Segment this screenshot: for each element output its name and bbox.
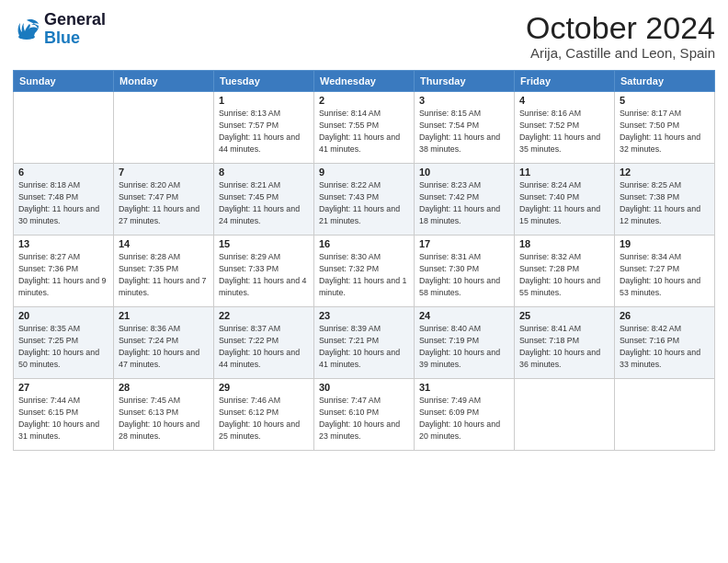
page: General Blue October 2024 Arija, Castill… bbox=[0, 0, 728, 460]
day-info-7: Sunrise: 8:20 AM Sunset: 7:47 PM Dayligh… bbox=[119, 179, 209, 226]
calendar-cell-2-0: 13Sunrise: 8:27 AM Sunset: 7:36 PM Dayli… bbox=[14, 236, 114, 307]
calendar-cell-0-3: 2Sunrise: 8:14 AM Sunset: 7:55 PM Daylig… bbox=[314, 92, 415, 164]
header-thursday: Thursday bbox=[415, 71, 515, 92]
header-saturday: Saturday bbox=[615, 71, 715, 92]
calendar-cell-1-0: 6Sunrise: 8:18 AM Sunset: 7:48 PM Daylig… bbox=[14, 164, 114, 236]
day-number-5: 5 bbox=[620, 95, 710, 106]
day-number-21: 21 bbox=[119, 310, 209, 321]
day-number-24: 24 bbox=[419, 310, 509, 321]
day-number-2: 2 bbox=[319, 95, 409, 106]
day-info-2: Sunrise: 8:14 AM Sunset: 7:55 PM Dayligh… bbox=[319, 108, 409, 155]
week-row-4: 27Sunrise: 7:44 AM Sunset: 6:15 PM Dayli… bbox=[14, 379, 715, 451]
day-info-5: Sunrise: 8:17 AM Sunset: 7:50 PM Dayligh… bbox=[620, 108, 710, 155]
day-info-21: Sunrise: 8:36 AM Sunset: 7:24 PM Dayligh… bbox=[119, 323, 209, 370]
calendar-cell-4-2: 29Sunrise: 7:46 AM Sunset: 6:12 PM Dayli… bbox=[214, 379, 314, 451]
day-info-30: Sunrise: 7:47 AM Sunset: 6:10 PM Dayligh… bbox=[319, 395, 409, 442]
calendar-cell-2-6: 19Sunrise: 8:34 AM Sunset: 7:27 PM Dayli… bbox=[615, 236, 715, 307]
calendar-cell-2-5: 18Sunrise: 8:32 AM Sunset: 7:28 PM Dayli… bbox=[515, 236, 615, 307]
calendar-cell-2-4: 17Sunrise: 8:31 AM Sunset: 7:30 PM Dayli… bbox=[415, 236, 515, 307]
calendar-cell-3-4: 24Sunrise: 8:40 AM Sunset: 7:19 PM Dayli… bbox=[415, 307, 515, 379]
day-info-9: Sunrise: 8:22 AM Sunset: 7:43 PM Dayligh… bbox=[319, 179, 409, 226]
calendar-cell-3-6: 26Sunrise: 8:42 AM Sunset: 7:16 PM Dayli… bbox=[615, 307, 715, 379]
day-info-18: Sunrise: 8:32 AM Sunset: 7:28 PM Dayligh… bbox=[519, 251, 609, 298]
day-number-18: 18 bbox=[519, 238, 609, 249]
logo-icon bbox=[13, 17, 40, 42]
calendar-cell-3-2: 22Sunrise: 8:37 AM Sunset: 7:22 PM Dayli… bbox=[214, 307, 314, 379]
day-info-28: Sunrise: 7:45 AM Sunset: 6:13 PM Dayligh… bbox=[119, 395, 209, 442]
day-number-19: 19 bbox=[620, 238, 710, 249]
day-info-14: Sunrise: 8:28 AM Sunset: 7:35 PM Dayligh… bbox=[119, 251, 209, 298]
day-number-31: 31 bbox=[419, 382, 509, 393]
calendar-cell-4-1: 28Sunrise: 7:45 AM Sunset: 6:13 PM Dayli… bbox=[114, 379, 214, 451]
day-info-22: Sunrise: 8:37 AM Sunset: 7:22 PM Dayligh… bbox=[219, 323, 309, 370]
calendar-cell-4-5 bbox=[515, 379, 615, 451]
calendar-cell-1-5: 11Sunrise: 8:24 AM Sunset: 7:40 PM Dayli… bbox=[515, 164, 615, 236]
calendar-cell-0-0 bbox=[14, 92, 114, 164]
day-number-26: 26 bbox=[620, 310, 710, 321]
day-info-25: Sunrise: 8:41 AM Sunset: 7:18 PM Dayligh… bbox=[519, 323, 609, 370]
calendar-header-row: Sunday Monday Tuesday Wednesday Thursday… bbox=[14, 71, 715, 92]
calendar-cell-0-2: 1Sunrise: 8:13 AM Sunset: 7:57 PM Daylig… bbox=[214, 92, 314, 164]
header-wednesday: Wednesday bbox=[314, 71, 415, 92]
calendar-cell-4-6 bbox=[615, 379, 715, 451]
day-number-12: 12 bbox=[620, 167, 710, 178]
day-number-9: 9 bbox=[319, 167, 409, 178]
calendar-cell-0-6: 5Sunrise: 8:17 AM Sunset: 7:50 PM Daylig… bbox=[615, 92, 715, 164]
week-row-2: 13Sunrise: 8:27 AM Sunset: 7:36 PM Dayli… bbox=[14, 236, 715, 307]
day-info-3: Sunrise: 8:15 AM Sunset: 7:54 PM Dayligh… bbox=[419, 108, 509, 155]
calendar-cell-2-2: 15Sunrise: 8:29 AM Sunset: 7:33 PM Dayli… bbox=[214, 236, 314, 307]
day-info-31: Sunrise: 7:49 AM Sunset: 6:09 PM Dayligh… bbox=[419, 395, 509, 442]
day-info-4: Sunrise: 8:16 AM Sunset: 7:52 PM Dayligh… bbox=[519, 108, 609, 155]
day-number-29: 29 bbox=[219, 382, 309, 393]
svg-point-0 bbox=[18, 34, 35, 40]
day-info-6: Sunrise: 8:18 AM Sunset: 7:48 PM Dayligh… bbox=[18, 179, 108, 226]
day-number-30: 30 bbox=[319, 382, 409, 393]
day-info-10: Sunrise: 8:23 AM Sunset: 7:42 PM Dayligh… bbox=[419, 179, 509, 226]
calendar-cell-3-5: 25Sunrise: 8:41 AM Sunset: 7:18 PM Dayli… bbox=[515, 307, 615, 379]
week-row-1: 6Sunrise: 8:18 AM Sunset: 7:48 PM Daylig… bbox=[14, 164, 715, 236]
calendar-cell-3-1: 21Sunrise: 8:36 AM Sunset: 7:24 PM Dayli… bbox=[114, 307, 214, 379]
logo-line2: Blue bbox=[44, 29, 106, 48]
calendar-cell-1-6: 12Sunrise: 8:25 AM Sunset: 7:38 PM Dayli… bbox=[615, 164, 715, 236]
day-number-27: 27 bbox=[18, 382, 108, 393]
day-info-27: Sunrise: 7:44 AM Sunset: 6:15 PM Dayligh… bbox=[18, 395, 108, 442]
day-info-23: Sunrise: 8:39 AM Sunset: 7:21 PM Dayligh… bbox=[319, 323, 409, 370]
day-number-10: 10 bbox=[419, 167, 509, 178]
calendar-cell-2-3: 16Sunrise: 8:30 AM Sunset: 7:32 PM Dayli… bbox=[314, 236, 415, 307]
day-info-8: Sunrise: 8:21 AM Sunset: 7:45 PM Dayligh… bbox=[219, 179, 309, 226]
day-number-13: 13 bbox=[18, 238, 108, 249]
header-monday: Monday bbox=[114, 71, 214, 92]
header-tuesday: Tuesday bbox=[214, 71, 314, 92]
calendar-cell-4-4: 31Sunrise: 7:49 AM Sunset: 6:09 PM Dayli… bbox=[415, 379, 515, 451]
day-info-20: Sunrise: 8:35 AM Sunset: 7:25 PM Dayligh… bbox=[18, 323, 108, 370]
day-number-11: 11 bbox=[519, 167, 609, 178]
week-row-3: 20Sunrise: 8:35 AM Sunset: 7:25 PM Dayli… bbox=[14, 307, 715, 379]
week-row-0: 1Sunrise: 8:13 AM Sunset: 7:57 PM Daylig… bbox=[14, 92, 715, 164]
header-friday: Friday bbox=[515, 71, 615, 92]
month-title: October 2024 bbox=[526, 11, 715, 45]
day-info-26: Sunrise: 8:42 AM Sunset: 7:16 PM Dayligh… bbox=[620, 323, 710, 370]
day-info-29: Sunrise: 7:46 AM Sunset: 6:12 PM Dayligh… bbox=[219, 395, 309, 442]
logo: General Blue bbox=[13, 11, 106, 48]
calendar-cell-0-1 bbox=[114, 92, 214, 164]
calendar-cell-2-1: 14Sunrise: 8:28 AM Sunset: 7:35 PM Dayli… bbox=[114, 236, 214, 307]
logo-line1: General bbox=[44, 11, 106, 29]
day-info-1: Sunrise: 8:13 AM Sunset: 7:57 PM Dayligh… bbox=[219, 108, 309, 155]
day-number-3: 3 bbox=[419, 95, 509, 106]
calendar-cell-1-2: 8Sunrise: 8:21 AM Sunset: 7:45 PM Daylig… bbox=[214, 164, 314, 236]
calendar-cell-3-3: 23Sunrise: 8:39 AM Sunset: 7:21 PM Dayli… bbox=[314, 307, 415, 379]
calendar-cell-1-1: 7Sunrise: 8:20 AM Sunset: 7:47 PM Daylig… bbox=[114, 164, 214, 236]
day-number-15: 15 bbox=[219, 238, 309, 249]
calendar-cell-4-0: 27Sunrise: 7:44 AM Sunset: 6:15 PM Dayli… bbox=[14, 379, 114, 451]
day-info-19: Sunrise: 8:34 AM Sunset: 7:27 PM Dayligh… bbox=[620, 251, 710, 298]
day-number-6: 6 bbox=[18, 167, 108, 178]
day-number-25: 25 bbox=[519, 310, 609, 321]
day-info-13: Sunrise: 8:27 AM Sunset: 7:36 PM Dayligh… bbox=[18, 251, 108, 298]
day-number-17: 17 bbox=[419, 238, 509, 249]
title-block: October 2024 Arija, Castille and Leon, S… bbox=[526, 11, 715, 61]
day-number-7: 7 bbox=[119, 167, 209, 178]
day-number-22: 22 bbox=[219, 310, 309, 321]
calendar-cell-3-0: 20Sunrise: 8:35 AM Sunset: 7:25 PM Dayli… bbox=[14, 307, 114, 379]
day-number-28: 28 bbox=[119, 382, 209, 393]
day-info-11: Sunrise: 8:24 AM Sunset: 7:40 PM Dayligh… bbox=[519, 179, 609, 226]
